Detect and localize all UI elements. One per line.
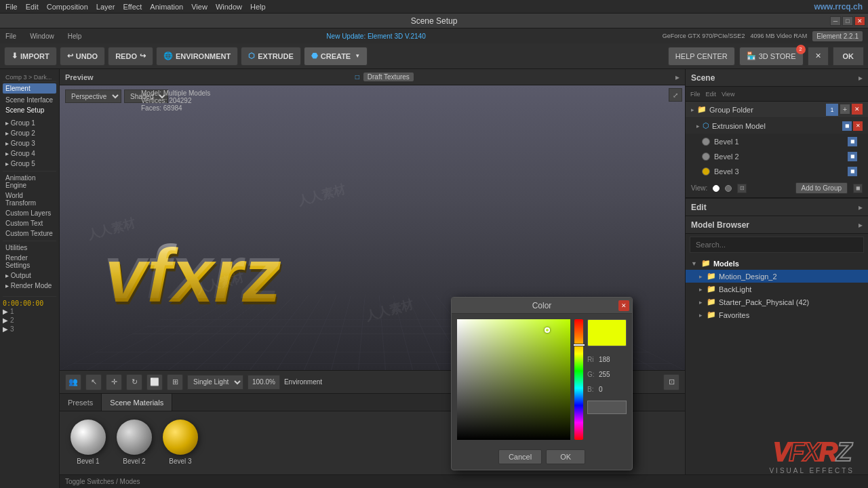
align-tool-button[interactable]: ⊞: [167, 374, 183, 390]
maximize-button[interactable]: □: [842, 16, 853, 26]
close-button[interactable]: ✕: [854, 16, 865, 26]
status-text: Toggle Switches / Modes: [65, 478, 140, 485]
hex-input[interactable]: 84FF00: [587, 401, 627, 414]
environment-button[interactable]: 🌐 ENVIRONMENT: [156, 47, 238, 66]
menu-file[interactable]: File: [5, 3, 18, 11]
sidebar-output[interactable]: ▸ Output: [3, 270, 56, 281]
add-to-group-button[interactable]: Add to Group: [795, 182, 848, 194]
folder-btn-1[interactable]: 1: [826, 104, 838, 116]
sidebar-group2[interactable]: ▸ Group 2: [3, 128, 56, 138]
menu-view[interactable]: View: [191, 3, 208, 11]
draft-textures-checkbox[interactable]: □: [355, 73, 359, 81]
create-button[interactable]: ⬣ CREATE ▼: [304, 47, 368, 66]
bevel3-ctrl[interactable]: ◼: [848, 167, 857, 176]
scene-bevel2[interactable]: Bevel 2 ◼: [686, 149, 868, 164]
sidebar-group1[interactable]: ▸ Group 1: [3, 118, 56, 128]
sidebar-scene-setup[interactable]: Scene Setup: [3, 105, 56, 115]
folder-close-btn[interactable]: ✕: [852, 104, 863, 115]
motion-design-item[interactable]: ▸ 📁 Motion_Design_2: [686, 270, 868, 283]
sidebar-render-settings[interactable]: Render Settings: [3, 253, 56, 270]
ok-button[interactable]: OK: [833, 47, 865, 66]
backlight-arrow: ▸: [699, 286, 703, 293]
edit-expand-icon[interactable]: ▸: [859, 203, 863, 212]
backlight-item[interactable]: ▸ 📁 BackLight: [686, 283, 868, 296]
sidebar-custom-layers[interactable]: Custom Layers: [3, 208, 56, 218]
view-expand-btn[interactable]: ◼: [853, 184, 863, 193]
extrude-button[interactable]: ⬡ EXTRUDE: [241, 47, 301, 66]
window-menu[interactable]: Window: [30, 33, 54, 40]
color-ok-button[interactable]: OK: [546, 449, 585, 464]
menu-animation[interactable]: Animation: [150, 3, 183, 11]
menu-layer[interactable]: Layer: [96, 3, 115, 11]
scene-expand-icon[interactable]: ▸: [859, 73, 863, 83]
menu-effect[interactable]: Effect: [123, 3, 142, 11]
presets-tab[interactable]: Presets: [60, 394, 102, 411]
scene-view-menu[interactable]: View: [719, 91, 736, 98]
menu-window[interactable]: Window: [216, 3, 242, 11]
models-root[interactable]: ▼ 📁 Models: [686, 257, 868, 270]
color-gradient-picker[interactable]: [457, 319, 570, 440]
import-button[interactable]: ⬇ IMPORT: [4, 47, 57, 66]
minimize-button[interactable]: ─: [830, 16, 841, 26]
scene-file-menu[interactable]: File: [688, 91, 703, 98]
menu-composition[interactable]: Composition: [47, 3, 88, 11]
extrusion-ctrl-1[interactable]: ◼: [842, 121, 852, 131]
sidebar-world-transform[interactable]: World Transform: [3, 190, 56, 208]
rotate-tool-button[interactable]: ↻: [126, 374, 142, 390]
perspective-select[interactable]: Perspective: [65, 89, 121, 103]
starter-pack-item[interactable]: ▸ 📁 Starter_Pack_Physical (42): [686, 296, 868, 308]
sidebar-scene-interface[interactable]: Scene Interface: [3, 95, 56, 105]
extrusion-close[interactable]: ✕: [853, 121, 863, 131]
bevel2-ctrl[interactable]: ◼: [848, 152, 857, 161]
scene-bevel1[interactable]: Bevel 1 ◼: [686, 134, 868, 149]
help-center-button[interactable]: HELP CENTER: [668, 47, 735, 66]
sidebar-group3[interactable]: ▸ Group 3: [3, 138, 56, 148]
group-tool-button[interactable]: 👥: [65, 374, 81, 390]
scale-tool-button[interactable]: ⬜: [146, 374, 163, 390]
favorites-item[interactable]: ▸ 📁 Favorites: [686, 308, 868, 321]
sidebar-group5[interactable]: ▸ Group 5: [3, 159, 56, 169]
file-menu[interactable]: File: [5, 33, 16, 40]
folder-add-btn[interactable]: +: [840, 104, 850, 115]
view-small-btn[interactable]: ⊡: [737, 184, 747, 193]
scene-materials-tab[interactable]: Scene Materials: [102, 394, 172, 411]
viewport-expand-button[interactable]: ⤢: [669, 88, 682, 102]
view-dot-2[interactable]: [725, 185, 732, 192]
render-layer-1: ▶ 1: [3, 307, 56, 316]
material-bevel3[interactable]: Bevel 3: [163, 420, 198, 465]
undo-button[interactable]: ↩ UNDO: [60, 47, 105, 66]
scene-bevel3[interactable]: Bevel 3 ◼: [686, 164, 868, 179]
model-search-input[interactable]: [690, 237, 864, 253]
extrusion-model-row[interactable]: ▸ ⬡ Extrusion Model ◼ ✕: [686, 118, 868, 134]
scene-edit-menu[interactable]: Edit: [704, 91, 719, 98]
menu-help[interactable]: Help: [250, 3, 266, 11]
redo-button[interactable]: REDO ↪: [108, 47, 153, 66]
sidebar-utilities[interactable]: Utilities: [3, 243, 56, 253]
snap-button[interactable]: ⊡: [663, 374, 679, 390]
color-cancel-button[interactable]: Cancel: [498, 449, 542, 464]
sidebar-render-mode[interactable]: ▸ Render Mode: [3, 281, 56, 291]
x-button[interactable]: ✕: [808, 47, 829, 66]
sidebar-group4[interactable]: ▸ Group 4: [3, 148, 56, 159]
hue-slider[interactable]: [574, 319, 583, 440]
color-dialog-close-button[interactable]: ✕: [618, 300, 629, 311]
material-bevel2[interactable]: Bevel 2: [117, 420, 152, 465]
help-menu[interactable]: Help: [68, 33, 82, 40]
view-dot-1[interactable]: [713, 185, 719, 192]
color-controls: Ri 188 G: 255 B: 0 84FF00: [587, 319, 627, 440]
material-bevel1[interactable]: Bevel 1: [71, 420, 106, 465]
store-button[interactable]: 🏪 3D STORE 2: [739, 47, 804, 66]
bevel1-ctrl[interactable]: ◼: [848, 137, 857, 146]
model-browser-expand-icon[interactable]: ▸: [859, 220, 863, 230]
sidebar-custom-text[interactable]: Custom Text: [3, 218, 56, 228]
select-tool-button[interactable]: ↖: [85, 374, 102, 390]
group-folder-row[interactable]: ▸ 📁 Group Folder 1 + ✕: [686, 102, 868, 118]
render-play-icon-2: ▶: [3, 317, 8, 324]
preview-expand-icon[interactable]: ▸: [675, 73, 679, 82]
light-mode-select[interactable]: Single Light: [187, 375, 243, 390]
sidebar-element[interactable]: Element: [3, 83, 56, 94]
sidebar-animation-engine[interactable]: Animation Engine: [3, 173, 56, 190]
menu-edit[interactable]: Edit: [26, 3, 39, 11]
sidebar-custom-texture[interactable]: Custom Texture: [3, 228, 56, 239]
move-tool-button[interactable]: ✛: [106, 374, 122, 390]
